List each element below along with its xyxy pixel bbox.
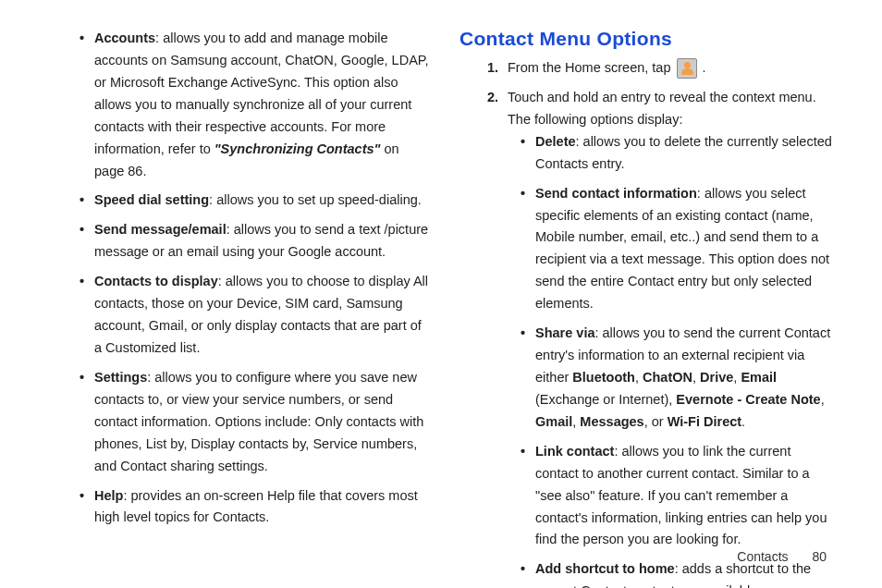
bullet-settings: Settings: allows you to configure where … xyxy=(83,367,432,478)
b5: Evernote - Create Note xyxy=(676,392,820,407)
b8: Wi-Fi Direct xyxy=(668,414,741,429)
page-footer: Contacts 80 xyxy=(737,549,827,564)
c5: , xyxy=(821,392,825,407)
sub-send-contact-info: Send contact information: allows you sel… xyxy=(524,183,836,316)
left-column: Accounts: allows you to add and manage m… xyxy=(55,28,432,588)
c8: . xyxy=(741,414,745,429)
step-number: 1. xyxy=(487,57,498,80)
sub-delete: Delete: allows you to delete the current… xyxy=(524,131,836,176)
body: : allows you to add and manage mobile ac… xyxy=(94,31,429,156)
label: Link contact xyxy=(535,444,614,459)
sub-bullet-list: Delete: allows you to delete the current… xyxy=(508,131,836,588)
label: Send message/email xyxy=(94,222,227,237)
label: Share via xyxy=(535,325,595,340)
label: Speed dial setting xyxy=(94,192,209,207)
label: Settings xyxy=(94,370,147,385)
contacts-icon xyxy=(677,58,697,79)
step-2: 2. Touch and hold an entry to reveal the… xyxy=(487,87,836,588)
body: : allows you to delete the currently sel… xyxy=(535,134,832,171)
footer-page-number: 80 xyxy=(812,549,827,564)
page-body: Accounts: allows you to add and manage m… xyxy=(0,0,882,588)
bullet-contacts-display: Contacts to display: allows you to choos… xyxy=(83,271,432,360)
bullet-speed-dial: Speed dial setting: allows you to set up… xyxy=(83,190,432,212)
numbered-list: 1. From the Home screen, tap . 2. Touch … xyxy=(459,57,836,588)
body: : allows you to configure where you save… xyxy=(94,370,423,473)
c2: , xyxy=(692,370,700,385)
ref: "Synchronizing Contacts" xyxy=(214,141,381,156)
label: Add shortcut to home xyxy=(535,561,675,576)
label: Send contact information xyxy=(535,186,697,201)
body: : allows you select specific elements of… xyxy=(535,186,829,312)
body: : allows you to link the current contact… xyxy=(535,444,827,547)
label: Accounts xyxy=(94,31,155,45)
c7: , or xyxy=(644,414,668,429)
c4: (Exchange or Internet), xyxy=(535,392,676,407)
b2: ChatON xyxy=(643,370,692,385)
step-text: Touch and hold an entry to reveal the co… xyxy=(508,90,816,127)
bullet-send-message: Send message/email: allows you to send a… xyxy=(83,219,432,263)
b1: Bluetooth xyxy=(572,370,635,385)
b7: Messages xyxy=(580,414,643,429)
bullet-help: Help: provides an on-screen Help file th… xyxy=(83,485,432,530)
sub-share-via: Share via: allows you to send the curren… xyxy=(524,323,836,434)
section-heading: Contact Menu Options xyxy=(459,28,836,50)
c1: , xyxy=(635,370,643,385)
label: Help xyxy=(94,488,123,503)
left-bullet-list: Accounts: allows you to add and manage m… xyxy=(55,28,432,529)
step-number: 2. xyxy=(487,87,498,109)
body: : provides an on-screen Help file that c… xyxy=(94,488,418,525)
right-column: Contact Menu Options 1. From the Home sc… xyxy=(459,28,836,588)
bullet-accounts: Accounts: allows you to add and manage m… xyxy=(83,28,432,182)
label: Delete xyxy=(535,134,576,149)
body: : allows you to set up speed-dialing. xyxy=(209,192,422,207)
step-text: From the Home screen, tap xyxy=(508,60,675,75)
footer-section: Contacts xyxy=(737,549,788,564)
sub-link-contact: Link contact: allows you to link the cur… xyxy=(524,441,836,552)
b6: Gmail xyxy=(535,414,572,429)
step-1: 1. From the Home screen, tap . xyxy=(487,57,836,80)
label: Contacts to display xyxy=(94,274,218,288)
b3: Drive xyxy=(700,370,733,385)
step-after: . xyxy=(699,60,706,75)
b4: Email xyxy=(741,370,777,385)
